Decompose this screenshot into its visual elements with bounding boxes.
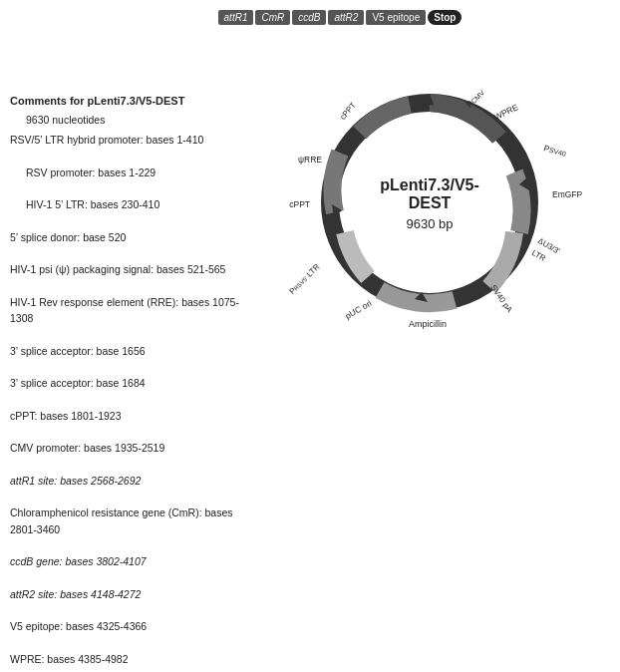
content-area: Comments for pLenti7.3/V5-DEST 9630 nucl…: [10, 33, 610, 672]
legend-stop: Stop: [428, 10, 462, 25]
comments-section: Comments for pLenti7.3/V5-DEST 9630 nucl…: [10, 33, 249, 672]
svg-text:PSV40: PSV40: [542, 143, 567, 159]
comment-line: WPRE: bases 4385-4982: [10, 651, 249, 667]
comments-lines: RSV/5’ LTR hybrid promoter: bases 1-410R…: [10, 132, 249, 672]
comment-line: RSV/5’ LTR hybrid promoter: bases 1-410: [10, 132, 249, 148]
comment-line: 3’ splice acceptor: base 1656: [10, 343, 249, 359]
svg-text:SV40 pA: SV40 pA: [488, 283, 514, 315]
comment-line: 3’ splice acceptor: base 1684: [10, 375, 249, 391]
svg-text:ψRRE: ψRRE: [298, 155, 322, 165]
svg-text:WPRE: WPRE: [492, 102, 520, 122]
svg-text:cPPT: cPPT: [338, 101, 358, 122]
legend-attR2: attR2: [328, 10, 364, 25]
comment-line: attR1 site: bases 2568-2692: [10, 473, 249, 489]
svg-text:pLenti7.3/V5-: pLenti7.3/V5-: [380, 176, 479, 193]
svg-text:cPPT: cPPT: [289, 199, 310, 209]
comment-line: HIV-1 Rev response element (RRE): bases …: [10, 294, 249, 327]
comment-line: HIV-1 psi (ψ) packaging signal: bases 52…: [10, 261, 249, 277]
comment-line: attR2 site: bases 4148-4272: [10, 586, 249, 602]
comment-line: V5 epitope: bases 4325-4366: [10, 618, 249, 634]
comment-line: ccdB gene: bases 3802-4107: [10, 553, 249, 569]
comments-subtitle: 9630 nucleotides: [10, 112, 249, 128]
comment-line: cPPT: bases 1801-1923: [10, 408, 249, 424]
comment-line: Chloramphenicol resistance gene (CmR): b…: [10, 504, 249, 537]
svg-text:pUC ori: pUC ori: [344, 298, 374, 321]
comment-line: 5’ splice donor: base 520: [10, 229, 249, 245]
svg-text:Ampicillin: Ampicillin: [409, 319, 447, 329]
legend-attR1: attR1: [218, 10, 254, 25]
svg-text:EmGFP: EmGFP: [552, 189, 583, 199]
diagram-section: pLenti7.3/V5- DEST 9630 bp PCMV WPRE PSV…: [249, 33, 610, 672]
comment-line: RSV promoter: bases 1-229: [10, 165, 249, 180]
svg-text:DEST: DEST: [409, 194, 452, 211]
legend-ccdB: ccdB: [292, 10, 326, 25]
svg-text:LTR: LTR: [530, 248, 547, 263]
comment-line: HIV-1 5’ LTR: bases 230-410: [10, 196, 249, 212]
main-container: attR1 CmR ccdB attR2 V5 epitope Stop Com…: [0, 0, 620, 672]
legend-CmR: CmR: [255, 10, 290, 25]
comments-title: Comments for pLenti7.3/V5-DEST: [10, 93, 249, 110]
comment-line: CMV promoter: bases 1935-2519: [10, 440, 249, 456]
svg-text:PRSV5' LTR: PRSV5' LTR: [288, 262, 322, 296]
legend-v5: V5 epitope: [366, 10, 426, 25]
plasmid-diagram: pLenti7.3/V5- DEST 9630 bp PCMV WPRE PSV…: [260, 33, 599, 372]
legend-bar: attR1 CmR ccdB attR2 V5 epitope Stop: [10, 10, 610, 25]
svg-text:9630 bp: 9630 bp: [407, 216, 454, 231]
